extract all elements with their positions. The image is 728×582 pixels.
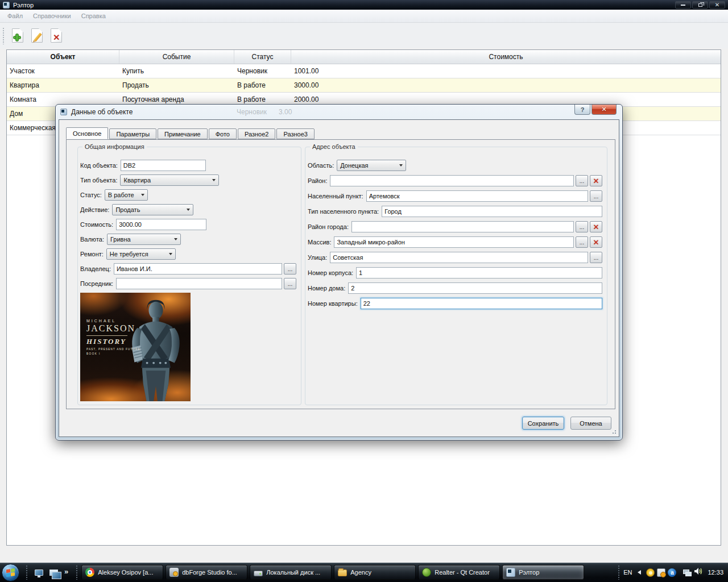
code-input[interactable] bbox=[121, 160, 206, 171]
tab-parameters[interactable]: Параметры bbox=[109, 128, 156, 139]
red-x-icon: ✕ bbox=[593, 223, 599, 231]
owner-browse-button[interactable]: ... bbox=[284, 263, 296, 275]
table-header-row: Объект Событие Статус Стоимость bbox=[7, 50, 721, 64]
city-district-clear-button[interactable]: ✕ bbox=[590, 221, 602, 232]
dialog-help-button[interactable]: ? bbox=[574, 105, 590, 115]
taskbar-task-local-disk[interactable]: Локальный диск ... bbox=[250, 565, 332, 580]
locality-input[interactable] bbox=[366, 190, 588, 202]
house-number-input[interactable] bbox=[348, 282, 602, 294]
table-row[interactable]: Участок Купить Черновик 1001.00 bbox=[7, 64, 721, 78]
building-number-input[interactable] bbox=[356, 267, 602, 278]
window-switcher-button[interactable] bbox=[47, 566, 60, 579]
clock[interactable]: 12:33 bbox=[708, 569, 723, 576]
type-select[interactable]: Квартира bbox=[120, 174, 219, 186]
calendar-tray-icon[interactable] bbox=[657, 568, 665, 577]
cost-label: Стоимость: bbox=[80, 221, 113, 228]
locality-browse-button[interactable]: ... bbox=[590, 190, 602, 202]
district-clear-button[interactable]: ✕ bbox=[590, 175, 602, 186]
street-browse-button[interactable]: ... bbox=[590, 252, 602, 263]
tab-photo[interactable]: Фото bbox=[209, 128, 237, 139]
album-text: MICHAEL JACKSON HISTORY PAST, PRESENT AN… bbox=[86, 319, 140, 355]
taskbar-task-dbforge[interactable]: dbForge Studio fo... bbox=[166, 565, 247, 580]
district-input[interactable] bbox=[330, 175, 574, 186]
menu-dictionaries[interactable]: Справочники bbox=[28, 10, 76, 23]
taskbar-task-chrome[interactable]: Aleksey Osipov [a... bbox=[81, 565, 163, 580]
header-status[interactable]: Статус bbox=[234, 50, 291, 64]
dialog-buttons: Сохранить Отмена bbox=[522, 417, 611, 430]
form-row-region: Область: Донецкая bbox=[308, 160, 602, 171]
city-district-input[interactable] bbox=[351, 221, 574, 232]
region-label: Область: bbox=[308, 162, 334, 169]
currency-select[interactable]: Гривна bbox=[107, 234, 181, 245]
owner-input[interactable] bbox=[114, 263, 282, 275]
form-row-building: Номер корпуса: bbox=[308, 267, 602, 278]
taskbar-task-realtor[interactable]: Рэлтор bbox=[502, 565, 584, 580]
minimize-button[interactable] bbox=[675, 1, 691, 9]
header-object[interactable]: Объект bbox=[7, 50, 119, 64]
dialog-titlebar[interactable]: Данные об объекте Черновик 3.00 bbox=[56, 105, 622, 119]
chevron-right-icon[interactable]: » bbox=[64, 567, 68, 576]
taskbar-task-agency[interactable]: Agency bbox=[334, 565, 416, 580]
tab-misc2[interactable]: Разное2 bbox=[238, 128, 275, 139]
city-district-browse-button[interactable]: ... bbox=[576, 221, 588, 232]
massif-input[interactable] bbox=[334, 236, 574, 248]
main-titlebar[interactable]: Рэлтор ✕ bbox=[0, 0, 728, 10]
tab-panel-main: Общая информация Код объекта: Тип объект… bbox=[66, 139, 615, 409]
task-label: Agency bbox=[350, 569, 412, 576]
type-label: Тип объекта: bbox=[80, 177, 117, 184]
dialog-icon bbox=[60, 109, 67, 115]
street-input[interactable] bbox=[330, 252, 588, 263]
start-button[interactable] bbox=[2, 564, 19, 581]
header-event[interactable]: Событие bbox=[119, 50, 234, 64]
massif-browse-button[interactable]: ... bbox=[576, 236, 588, 248]
header-cost[interactable]: Стоимость bbox=[291, 50, 721, 64]
group-title: Общая информация bbox=[82, 143, 147, 150]
table-row[interactable]: Квартира Продать В работе 3000.00 bbox=[7, 78, 721, 93]
building-label: Номер корпуса: bbox=[308, 269, 353, 276]
network-icon[interactable] bbox=[683, 568, 692, 577]
tab-main[interactable]: Основное bbox=[66, 127, 108, 139]
delete-document-icon: ✕ bbox=[51, 28, 62, 43]
show-desktop-button[interactable] bbox=[32, 566, 45, 579]
delete-record-button[interactable]: ✕ bbox=[47, 26, 65, 45]
form-row-locality-type: Тип населенного пункта: bbox=[308, 206, 602, 217]
menu-file[interactable]: Файл bbox=[2, 10, 28, 23]
repair-select[interactable]: Не требуется bbox=[106, 248, 176, 260]
cost-input[interactable] bbox=[116, 219, 206, 230]
language-indicator[interactable]: EN bbox=[623, 569, 632, 576]
region-select[interactable]: Донецкая bbox=[337, 160, 406, 171]
type-value: Квартира bbox=[123, 177, 209, 184]
chrome-icon bbox=[85, 568, 94, 577]
menu-help[interactable]: Справка bbox=[76, 10, 111, 23]
district-browse-button[interactable]: ... bbox=[576, 175, 588, 186]
massif-clear-button[interactable]: ✕ bbox=[590, 236, 602, 248]
volume-icon[interactable] bbox=[694, 567, 703, 578]
tab-bar: Основное Параметры Примечание Фото Разно… bbox=[66, 128, 316, 139]
cell-event: Продать bbox=[119, 78, 234, 92]
action-select[interactable]: Продать bbox=[112, 204, 193, 215]
agent-browse-button[interactable]: ... bbox=[284, 278, 296, 289]
cancel-button[interactable]: Отмена bbox=[570, 417, 611, 430]
tab-note[interactable]: Примечание bbox=[158, 128, 208, 139]
resize-grip[interactable] bbox=[611, 429, 617, 434]
taskbar-task-qtcreator[interactable]: Realter - Qt Creator bbox=[418, 565, 500, 580]
agent-input[interactable] bbox=[116, 278, 282, 289]
object-photo: MICHAEL JACKSON HISTORY PAST, PRESENT AN… bbox=[80, 293, 191, 401]
edit-record-button[interactable] bbox=[28, 26, 46, 45]
status-select[interactable]: В работе bbox=[105, 189, 148, 201]
restore-button[interactable] bbox=[692, 1, 708, 9]
a-tray-icon[interactable]: a bbox=[668, 568, 676, 577]
apartment-number-input[interactable] bbox=[361, 298, 602, 309]
tab-misc3[interactable]: Разное3 bbox=[276, 128, 314, 139]
dialog-close-button[interactable]: ✕ bbox=[592, 105, 617, 115]
antivirus-tray-icon[interactable] bbox=[646, 568, 655, 577]
close-button[interactable]: ✕ bbox=[709, 1, 725, 9]
save-button[interactable]: Сохранить bbox=[522, 417, 564, 430]
add-record-button[interactable] bbox=[9, 26, 27, 45]
house-label: Номер дома: bbox=[308, 285, 345, 292]
chevron-left-icon[interactable] bbox=[638, 570, 641, 575]
locality-type-input[interactable] bbox=[382, 206, 602, 217]
dialog-caption-buttons: ? ✕ bbox=[574, 105, 617, 115]
window-title: Рэлтор bbox=[13, 2, 674, 9]
album-divider bbox=[86, 335, 127, 336]
